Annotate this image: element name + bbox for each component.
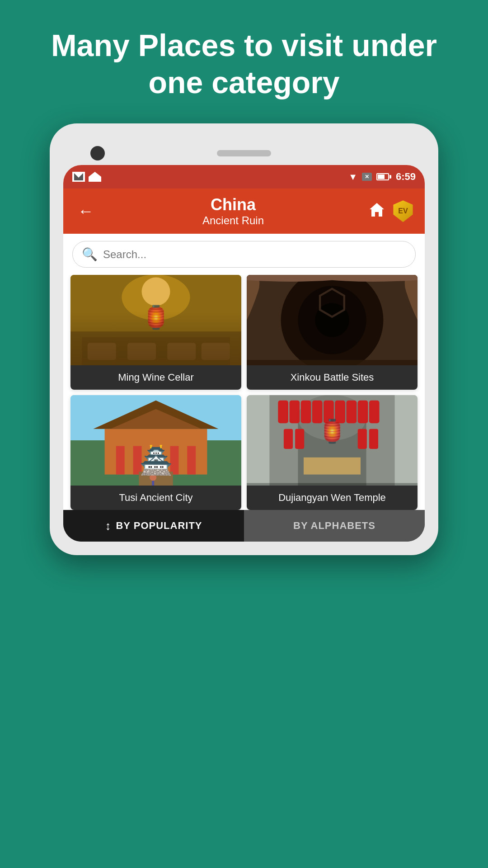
place-card-xinkou-battle-sites[interactable]: Xinkou Battle Sites — [247, 275, 418, 390]
signal-icon: ✕ — [362, 173, 372, 181]
svg-rect-37 — [312, 401, 323, 423]
by-popularity-label: BY POPULARITY — [116, 520, 202, 532]
status-bar: ▼ ✕ 6:59 — [63, 165, 425, 189]
svg-rect-26 — [187, 446, 196, 475]
svg-point-28 — [150, 474, 156, 481]
status-bar-left — [72, 172, 101, 182]
svg-rect-44 — [295, 429, 304, 449]
phone-screen: ▼ ✕ 6:59 ← China Ancient Ruin — [63, 165, 425, 542]
ev-logo[interactable]: EV — [392, 200, 414, 222]
page-heading: Many Places to visit under one category — [0, 0, 488, 123]
svg-rect-10 — [167, 343, 196, 360]
svg-rect-25 — [170, 446, 179, 475]
svg-rect-7 — [82, 337, 230, 365]
search-icon: 🔍 — [82, 247, 98, 262]
bottom-bar: ↕ BY POPULARITY BY ALPHABETS — [63, 510, 425, 542]
place-image-ming-wine-cellar — [70, 275, 241, 365]
svg-rect-11 — [202, 343, 230, 360]
phone-mockup: ▼ ✕ 6:59 ← China Ancient Ruin — [50, 123, 438, 555]
sort-icon: ↕ — [105, 519, 111, 533]
svg-rect-38 — [324, 401, 334, 423]
place-image-dujiangyan-wen-temple — [247, 395, 418, 486]
svg-marker-2 — [370, 203, 384, 217]
place-card-dujiangyan-wen-temple[interactable]: Dujiangyan Wen Temple — [247, 395, 418, 510]
svg-rect-8 — [88, 343, 116, 360]
svg-rect-42 — [369, 401, 380, 423]
svg-rect-41 — [358, 401, 368, 423]
svg-rect-24 — [133, 446, 142, 475]
svg-rect-17 — [247, 360, 418, 365]
phone-bezel-top — [63, 137, 425, 165]
app-bar-title: China — [202, 195, 264, 214]
wifi-icon: ▼ — [348, 172, 357, 182]
places-grid-wrapper: Ming Wine Cellar — [63, 275, 425, 510]
phone-speaker — [217, 150, 271, 156]
phone-camera — [90, 146, 105, 160]
svg-rect-48 — [247, 483, 418, 486]
svg-rect-35 — [290, 401, 300, 423]
place-label-xinkou-battle-sites: Xinkou Battle Sites — [247, 365, 418, 390]
svg-rect-9 — [127, 343, 156, 360]
svg-rect-45 — [358, 429, 367, 449]
svg-rect-29 — [152, 481, 154, 486]
app-bar-center: China Ancient Ruin — [202, 195, 264, 227]
status-time: 6:59 — [396, 171, 416, 183]
app-bar-right: EV — [369, 200, 414, 222]
svg-rect-4 — [70, 331, 241, 365]
place-image-tusi-ancient-city — [70, 395, 241, 486]
svg-rect-23 — [116, 446, 125, 475]
app-bar: ← China Ancient Ruin EV — [63, 189, 425, 234]
svg-rect-47 — [304, 458, 361, 475]
back-button[interactable]: ← — [74, 198, 98, 224]
place-label-dujiangyan-wen-temple: Dujiangyan Wen Temple — [247, 486, 418, 510]
place-image-xinkou-battle-sites — [247, 275, 418, 365]
status-bar-right: ▼ ✕ 6:59 — [348, 171, 416, 183]
notification-icon-flag — [89, 172, 101, 182]
place-card-ming-wine-cellar[interactable]: Ming Wine Cellar — [70, 275, 241, 390]
svg-rect-40 — [347, 401, 357, 423]
search-input[interactable] — [103, 248, 406, 261]
place-label-ming-wine-cellar: Ming Wine Cellar — [70, 365, 241, 390]
place-card-tusi-ancient-city[interactable]: Tusi Ancient City — [70, 395, 241, 510]
battery-icon — [376, 173, 391, 180]
svg-rect-34 — [278, 401, 288, 423]
sort-by-alphabets-button[interactable]: BY ALPHABETS — [244, 510, 425, 542]
home-icon[interactable] — [369, 201, 385, 222]
svg-rect-46 — [369, 429, 378, 449]
svg-rect-39 — [335, 401, 345, 423]
sort-by-popularity-button[interactable]: ↕ BY POPULARITY — [63, 510, 244, 542]
svg-rect-43 — [284, 429, 293, 449]
app-bar-subtitle: Ancient Ruin — [202, 214, 264, 227]
notification-icon-image — [72, 172, 85, 182]
svg-point-16 — [315, 303, 349, 337]
by-alphabets-label: BY ALPHABETS — [293, 520, 375, 532]
svg-point-6 — [142, 278, 170, 306]
search-container: 🔍 — [63, 234, 425, 275]
svg-point-15 — [298, 286, 366, 354]
place-label-tusi-ancient-city: Tusi Ancient City — [70, 486, 241, 510]
search-bar[interactable]: 🔍 — [72, 241, 416, 268]
svg-rect-36 — [301, 401, 311, 423]
places-grid: Ming Wine Cellar — [63, 275, 425, 510]
